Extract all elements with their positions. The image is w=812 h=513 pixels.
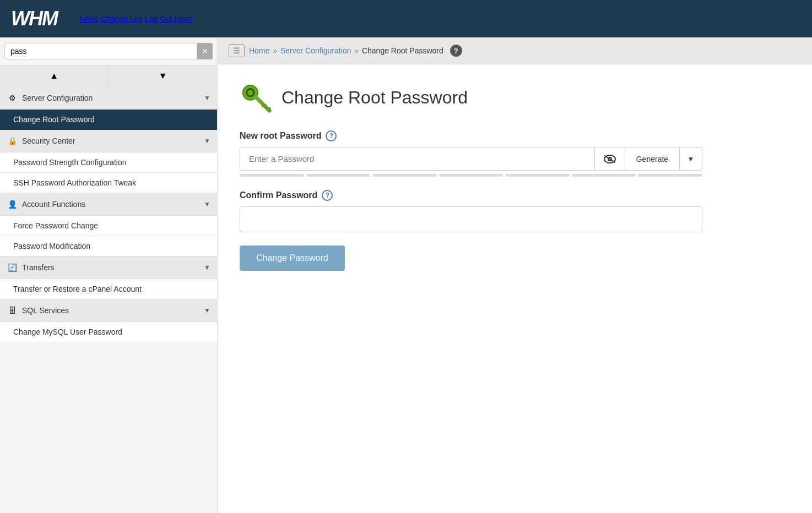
search-bar: ✕ [0,37,217,66]
page-title-row: Change Root Password [240,81,790,114]
sidebar-item-change-root-password[interactable]: Change Root Password [0,110,217,130]
sidebar: ✕ ▲ ▼ ⚙ Server Configuration ▼ Change Ro… [0,37,218,513]
transfers-icon: 🔄 [7,262,18,273]
chevron-down-icon-3: ▼ [204,200,210,208]
password-input-row: Generate ▼ [240,147,702,171]
nav-news[interactable]: News [79,14,99,23]
new-password-label: New root Password ? [240,130,702,141]
new-password-input[interactable] [240,148,594,170]
confirm-password-help-icon[interactable]: ? [322,190,333,201]
svg-rect-3 [262,105,267,107]
strength-bar-6 [572,174,636,177]
breadcrumb-current: Change Root Password [362,46,443,55]
strength-bar-3 [372,174,437,177]
main-content: ☰ Home » Server Configuration » Change R… [218,37,812,513]
chevron-down-icon-5: ▼ [204,307,210,314]
toggle-visibility-button[interactable] [594,148,625,170]
header-nav: News Change Log Log Out (root) [79,14,193,23]
change-password-button[interactable]: Change Password [240,245,345,271]
sidebar-section-label: Server Configuration [22,94,204,102]
nav-down-button[interactable]: ▼ [109,66,218,86]
strength-bar-7 [638,174,702,177]
sql-services-label: SQL Services [22,306,204,315]
strength-bar-5 [505,174,570,177]
breadcrumb: ☰ Home » Server Configuration » Change R… [218,37,812,64]
key-icon [240,81,273,114]
chevron-down-icon: ▼ [204,94,210,102]
account-functions-label: Account Functions [22,200,204,209]
breadcrumb-sep-2: » [354,46,361,55]
generate-button[interactable]: Generate [625,148,679,170]
sidebar-item-account-functions[interactable]: 👤 Account Functions ▼ [0,193,217,216]
nav-up-button[interactable]: ▲ [0,66,109,86]
confirm-password-input[interactable] [240,206,702,232]
breadcrumb-server-config[interactable]: Server Configuration [280,46,351,55]
nav-changelog[interactable]: Change Log [101,14,143,23]
transfers-label: Transfers [22,263,204,272]
nav-logout[interactable]: Log Out (root) [145,14,193,23]
breadcrumb-toggle-button[interactable]: ☰ [229,44,245,57]
sql-services-icon: 🗄 [7,305,18,316]
page-content: Change Root Password New root Password ? [218,64,812,287]
server-config-icon: ⚙ [7,92,18,103]
logo: WHM [11,7,57,30]
sidebar-item-password-strength[interactable]: Password Strength Configuration [0,152,217,173]
sidebar-item-force-password-change[interactable]: Force Password Change [0,216,217,236]
form-section: New root Password ? Generate ▼ [240,130,702,271]
security-center-icon: 🔒 [7,135,18,146]
page-title: Change Root Password [282,88,468,108]
breadcrumb-home[interactable]: Home [249,46,269,55]
strength-bar-4 [439,174,504,177]
sidebar-item-password-modification[interactable]: Password Modification [0,236,217,256]
new-password-help-icon[interactable]: ? [326,130,337,141]
sidebar-item-security-center[interactable]: 🔒 Security Center ▼ [0,130,217,152]
sidebar-item-transfer-restore[interactable]: Transfer or Restore a cPanel Account [0,279,217,299]
layout: ✕ ▲ ▼ ⚙ Server Configuration ▼ Change Ro… [0,37,812,513]
account-functions-icon: 👤 [7,199,18,210]
breadcrumb-sep-1: » [273,46,279,55]
chevron-down-icon-2: ▼ [204,137,210,145]
sidebar-item-sql-services[interactable]: 🗄 SQL Services ▼ [0,299,217,322]
breadcrumb-help-icon[interactable]: ? [450,45,462,57]
strength-bar-1 [240,174,304,177]
sidebar-item-server-configuration[interactable]: ⚙ Server Configuration ▼ [0,87,217,110]
nav-arrows: ▲ ▼ [0,66,217,87]
svg-rect-4 [266,107,270,110]
search-clear-button[interactable]: ✕ [197,43,213,59]
sidebar-item-ssh-password[interactable]: SSH Password Authorization Tweak [0,173,217,193]
svg-line-7 [605,156,615,162]
generate-dropdown-button[interactable]: ▼ [679,148,702,170]
search-input[interactable] [4,43,197,59]
confirm-password-label: Confirm Password ? [240,190,702,201]
sidebar-item-transfers[interactable]: 🔄 Transfers ▼ [0,256,217,279]
breadcrumb-text: Home » Server Configuration » Change Roo… [249,46,443,55]
eye-slash-icon [604,155,616,163]
header: WHM News Change Log Log Out (root) [0,0,812,37]
password-strength-bars [240,174,702,177]
chevron-down-icon-4: ▼ [204,264,210,271]
sidebar-item-change-mysql-password[interactable]: Change MySQL User Password [0,322,217,342]
strength-bar-2 [306,174,371,177]
security-center-label: Security Center [22,137,204,145]
